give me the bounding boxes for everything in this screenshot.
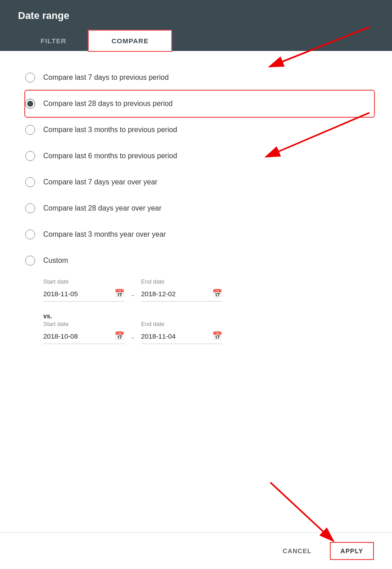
panel-header: Date range FILTER COMPARE [0, 0, 392, 51]
radio-opt8[interactable] [25, 256, 35, 266]
option-5-label: Compare last 7 days year over year [43, 178, 157, 186]
end-date-group: End date 2018-12-02 📅 [141, 278, 222, 302]
option-6[interactable]: Compare last 28 days year over year [25, 195, 374, 221]
end-calendar-icon[interactable]: 📅 [212, 289, 222, 298]
radio-opt3[interactable] [25, 125, 35, 135]
radio-opt1[interactable] [25, 73, 35, 83]
custom-section: Start date 2018-11-05 📅 - End date 2018-… [25, 278, 374, 344]
tabs: FILTER COMPARE [18, 31, 374, 51]
panel-title: Date range [18, 10, 374, 22]
radio-group: Compare last 7 days to previous period C… [25, 64, 374, 274]
option-6-label: Compare last 28 days year over year [43, 204, 161, 212]
vs-start-date-label: Start date [43, 321, 124, 327]
vs-start-date-group: Start date 2018-10-08 📅 [43, 321, 124, 344]
option-8-label: Custom [43, 257, 68, 265]
option-7[interactable]: Compare last 3 months year over year [25, 221, 374, 248]
start-calendar-icon[interactable]: 📅 [114, 289, 124, 298]
option-3-label: Compare last 3 months to previous period [43, 126, 177, 134]
option-2-label: Compare last 28 days to previous period [43, 100, 173, 108]
radio-opt7[interactable] [25, 229, 35, 239]
end-date-value: 2018-12-02 [141, 290, 176, 298]
footer: CANCEL APPLY [0, 532, 392, 569]
start-date-value: 2018-11-05 [43, 290, 78, 298]
option-3[interactable]: Compare last 3 months to previous period [25, 117, 374, 143]
option-4-label: Compare last 6 months to previous period [43, 152, 177, 160]
vs-end-date-input[interactable]: 2018-11-04 📅 [141, 331, 222, 344]
radio-opt5[interactable] [25, 177, 35, 187]
start-date-label: Start date [43, 278, 124, 285]
radio-opt4[interactable] [25, 151, 35, 161]
radio-opt2[interactable] [25, 99, 35, 109]
apply-button[interactable]: APPLY [330, 542, 374, 560]
primary-date-row: Start date 2018-11-05 📅 - End date 2018-… [43, 278, 374, 302]
content: Compare last 7 days to previous period C… [0, 51, 392, 364]
radio-opt6[interactable] [25, 203, 35, 213]
vs-start-date-input[interactable]: 2018-10-08 📅 [43, 331, 124, 344]
date-separator: - [132, 291, 134, 302]
option-5[interactable]: Compare last 7 days year over year [25, 169, 374, 195]
vs-start-calendar-icon[interactable]: 📅 [114, 331, 124, 341]
vs-end-date-label: End date [141, 321, 222, 327]
vs-label: vs. [43, 312, 374, 320]
option-4[interactable]: Compare last 6 months to previous period [25, 143, 374, 169]
option-8[interactable]: Custom [25, 248, 374, 274]
tab-compare[interactable]: COMPARE [89, 31, 171, 51]
option-1[interactable]: Compare last 7 days to previous period [25, 64, 374, 91]
option-7-label: Compare last 3 months year over year [43, 230, 166, 239]
vs-end-date-value: 2018-11-04 [141, 332, 176, 340]
start-date-input[interactable]: 2018-11-05 📅 [43, 289, 124, 302]
end-date-input[interactable]: 2018-12-02 📅 [141, 289, 222, 302]
panel: Date range FILTER COMPARE Compare last 7… [0, 0, 392, 569]
end-date-label: End date [141, 278, 222, 285]
vs-date-row: Start date 2018-10-08 📅 - End date 2018-… [43, 321, 374, 344]
vs-end-date-group: End date 2018-11-04 📅 [141, 321, 222, 344]
vs-date-separator: - [132, 334, 134, 344]
start-date-group: Start date 2018-11-05 📅 [43, 278, 124, 302]
vs-end-calendar-icon[interactable]: 📅 [212, 331, 222, 341]
vs-start-date-value: 2018-10-08 [43, 332, 78, 340]
option-1-label: Compare last 7 days to previous period [43, 73, 169, 82]
option-2[interactable]: Compare last 28 days to previous period [25, 91, 374, 117]
tab-filter[interactable]: FILTER [18, 31, 89, 51]
cancel-button[interactable]: CANCEL [275, 543, 319, 559]
